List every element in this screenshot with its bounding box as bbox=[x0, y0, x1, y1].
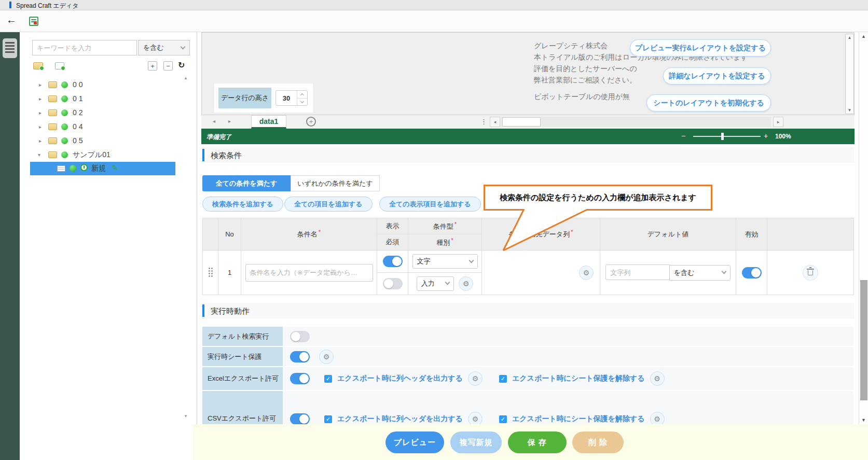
expand-arrow-icon[interactable]: ▸ bbox=[39, 124, 42, 130]
delete-cell bbox=[767, 250, 854, 295]
gear-icon: ⚙ bbox=[654, 415, 660, 423]
sheet-vertical-scrollbar[interactable]: ▲ ▼ bbox=[845, 34, 854, 114]
hscroll-thumb[interactable] bbox=[502, 117, 541, 127]
match-any-button[interactable]: いずれかの条件を満たす bbox=[291, 175, 380, 191]
zoom-out-icon[interactable]: − bbox=[681, 132, 685, 140]
delete-column-header bbox=[767, 218, 854, 250]
export-unprotect-checkbox[interactable]: ✓ bbox=[499, 375, 507, 383]
tree-item-folder[interactable]: ▸ 0 1 bbox=[20, 92, 197, 106]
export-header-checkbox[interactable]: ✓ bbox=[324, 375, 332, 383]
add-folder-icon[interactable] bbox=[33, 62, 43, 69]
search-input[interactable] bbox=[32, 40, 137, 55]
tree-item-folder[interactable]: ▸ 0 5 bbox=[20, 134, 197, 148]
row-height-stepper[interactable]: 30 bbox=[275, 90, 308, 106]
hscroll-right-icon[interactable]: ▸ bbox=[773, 117, 783, 127]
type-select[interactable]: 文字 bbox=[412, 254, 478, 269]
csv-export-header-gear-button[interactable]: ⚙ bbox=[468, 412, 483, 424]
default-operator-select[interactable]: を含む bbox=[669, 265, 731, 281]
zoom-slider[interactable] bbox=[693, 136, 761, 137]
hscroll-left-icon[interactable]: ◂ bbox=[490, 117, 500, 127]
add-condition-button[interactable]: 検索条件を追加する bbox=[202, 197, 283, 212]
preview-button[interactable]: プレビュー bbox=[385, 431, 444, 453]
copy-new-button[interactable]: 複写新規 bbox=[450, 431, 502, 453]
window-title: Spread Craft エディタ bbox=[16, 2, 79, 10]
scroll-up-icon[interactable]: ▲ bbox=[848, 35, 852, 40]
required-toggle[interactable] bbox=[383, 278, 403, 289]
tree-item-label: 0 5 bbox=[73, 136, 82, 145]
tree-item-label: 0 2 bbox=[73, 108, 82, 117]
tab-prev-icon[interactable]: ◂ bbox=[213, 118, 215, 124]
tree-item-folder[interactable]: ▸ 0 0 bbox=[20, 78, 197, 92]
sheet-tab-active[interactable]: data1 bbox=[251, 115, 286, 129]
export-header-gear-button[interactable]: ⚙ bbox=[468, 371, 483, 386]
app-accent-icon bbox=[9, 2, 11, 8]
csv-export-header-checkbox[interactable]: ✓ bbox=[324, 415, 332, 423]
runtime-section-title: 実行時動作 bbox=[211, 306, 250, 316]
row-height-value: 30 bbox=[276, 91, 297, 105]
tree-scroll-down-icon[interactable]: ▼ bbox=[184, 414, 188, 419]
csv-export-toggle[interactable] bbox=[290, 413, 310, 424]
reset-layout-button[interactable]: シートのレイアウトを初期化する bbox=[646, 94, 771, 111]
tree-item-folder[interactable]: ▸ 0 4 bbox=[20, 120, 197, 134]
show-toggle[interactable] bbox=[383, 256, 403, 267]
detail-layout-button[interactable]: 詳細なレイアウトを設定する bbox=[663, 67, 771, 85]
preview-layout-button[interactable]: プレビュー実行&レイアウトを設定する bbox=[630, 39, 771, 57]
status-dot-icon bbox=[70, 165, 76, 172]
tree-item-selected[interactable]: 新規 ✎ bbox=[30, 162, 175, 175]
sheet-protect-gear-button[interactable]: ⚙ bbox=[319, 350, 334, 364]
sheet-protect-toggle[interactable] bbox=[290, 351, 310, 363]
target-cell: ⚙ bbox=[482, 250, 600, 295]
default-cell: を含む bbox=[600, 250, 736, 295]
default-search-toggle[interactable] bbox=[290, 331, 310, 342]
expand-arrow-icon[interactable]: ▸ bbox=[39, 96, 42, 102]
pencil-icon[interactable]: ✎ bbox=[112, 163, 118, 173]
back-arrow-icon[interactable]: ← bbox=[6, 14, 17, 26]
csv-export-unprotect-gear-button[interactable]: ⚙ bbox=[650, 412, 665, 424]
kind-gear-button[interactable]: ⚙ bbox=[459, 276, 473, 291]
export-unprotect-gear-button[interactable]: ⚙ bbox=[650, 371, 665, 386]
delete-button[interactable]: 削 除 bbox=[572, 431, 624, 453]
zoom-slider-handle[interactable] bbox=[721, 133, 724, 140]
collapse-arrow-icon[interactable]: ▾ bbox=[38, 152, 40, 158]
excel-export-toggle[interactable] bbox=[290, 373, 310, 384]
save-button[interactable]: 保 存 bbox=[508, 431, 567, 453]
collapse-all-button[interactable]: − bbox=[163, 61, 173, 71]
kind-select[interactable]: 入力 bbox=[417, 276, 454, 291]
add-sheet-icon[interactable] bbox=[55, 62, 64, 69]
page-scroll-up-icon[interactable]: ▲ bbox=[859, 32, 868, 40]
spin-down-icon[interactable] bbox=[297, 98, 307, 106]
csv-export-unprotect-checkbox[interactable]: ✓ bbox=[499, 415, 507, 423]
expand-arrow-icon[interactable]: ▸ bbox=[39, 110, 42, 116]
add-all-display-items-button[interactable]: 全ての表示項目を追加する bbox=[379, 197, 481, 212]
add-sheet-tab-icon[interactable]: + bbox=[306, 117, 316, 127]
spreadsheet-app-icon[interactable] bbox=[29, 17, 38, 26]
zoom-in-icon[interactable]: + bbox=[764, 132, 768, 140]
spin-up-icon[interactable] bbox=[297, 91, 307, 98]
tree-item-folder-expanded[interactable]: ▾ サンプル01 bbox=[20, 148, 197, 162]
match-all-button[interactable]: 全ての条件を満たす bbox=[202, 175, 291, 191]
expand-all-button[interactable]: + bbox=[148, 61, 157, 71]
status-dot-icon bbox=[61, 123, 68, 130]
delete-row-button[interactable] bbox=[803, 265, 818, 281]
default-value-input[interactable] bbox=[605, 264, 670, 280]
page-scroll-down-icon[interactable]: ▼ bbox=[859, 416, 868, 424]
expand-arrow-icon[interactable]: ▸ bbox=[39, 82, 42, 88]
scroll-down-icon[interactable]: ▼ bbox=[848, 108, 852, 113]
splitter-dots-icon[interactable]: ⋮ bbox=[480, 118, 487, 126]
search-operator-select[interactable]: を含む bbox=[138, 40, 190, 55]
menu-hamburger-icon[interactable] bbox=[3, 38, 17, 58]
sheet-horizontal-scrollbar[interactable] bbox=[501, 117, 771, 127]
enabled-toggle[interactable] bbox=[742, 267, 762, 278]
expand-arrow-icon[interactable]: ▸ bbox=[39, 138, 42, 144]
page-vertical-scrollbar[interactable]: ▲ ▼ bbox=[859, 32, 868, 424]
target-gear-button[interactable]: ⚙ bbox=[579, 266, 594, 280]
tab-next-icon[interactable]: ▸ bbox=[228, 118, 231, 124]
refresh-icon[interactable]: ↻ bbox=[178, 60, 185, 70]
runtime-row-label: Excelエクスポート許可 bbox=[202, 367, 283, 390]
drag-handle[interactable] bbox=[203, 250, 218, 295]
add-all-items-button[interactable]: 全ての項目を追加する bbox=[284, 197, 373, 212]
sheet-tab-bar: ◂ ▸ data1 + ⋮ ◂ ▸ bbox=[201, 115, 855, 129]
tree-item-folder[interactable]: ▸ 0 2 bbox=[20, 106, 197, 120]
page-scroll-thumb[interactable] bbox=[860, 280, 867, 400]
condition-name-input[interactable] bbox=[245, 264, 373, 282]
